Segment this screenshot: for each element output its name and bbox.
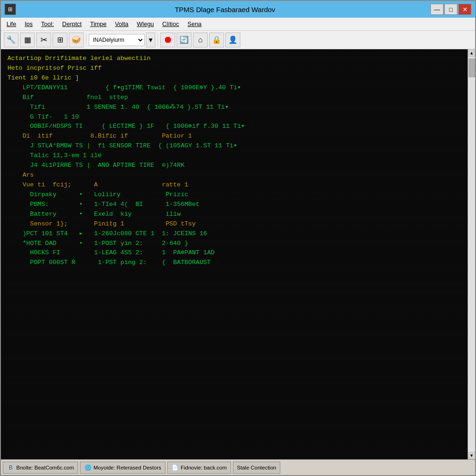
close-button[interactable]: ✕ bbox=[458, 4, 471, 15]
terminal-line: Heto incpritsof Prisc iff bbox=[7, 64, 461, 73]
maximize-button[interactable]: □ bbox=[444, 4, 457, 15]
toolbar-dropdown[interactable]: INADelyiurm bbox=[89, 34, 145, 46]
content-area: Actartiop Drrifiimate leriel abwectiinHe… bbox=[1, 49, 475, 459]
terminal-line: Vue ti fcij; A ratte 1 bbox=[7, 180, 461, 190]
tool-btn-lock[interactable]: 🔒 bbox=[209, 33, 224, 47]
tool-btn-user[interactable]: 👤 bbox=[225, 33, 240, 47]
title-bar: ⊞ TPMS Dlage Fasbaraed Wardov — □ ✕ bbox=[1, 1, 475, 18]
menu-clitioc[interactable]: Clítioc bbox=[159, 20, 183, 28]
terminal-line: OOBIF/HDSPS TI { LECTIME } 1F { 1006⊕if … bbox=[7, 122, 461, 132]
taskbar-label-4: Stale Contection bbox=[237, 465, 276, 470]
tool-btn-home[interactable]: ⌂ bbox=[193, 33, 208, 47]
terminal-line: J STLA⁺BMBW TS | f1 SENSOR TIRE { (105AG… bbox=[7, 141, 461, 151]
taskbar: B Bnolte: BeatCom6c.com 🌐 Moyoide: Reter… bbox=[1, 459, 475, 475]
tool-btn-refresh[interactable]: 🔄 bbox=[177, 33, 192, 47]
taskbar-item-4[interactable]: Stale Contection bbox=[233, 462, 280, 474]
menu-volta[interactable]: Volta bbox=[111, 20, 132, 28]
tool-btn-5[interactable]: 🥪 bbox=[69, 33, 84, 47]
taskbar-label-1: Bnolte: BeatCom6c.com bbox=[16, 465, 74, 470]
toolbar-separator-2 bbox=[158, 33, 158, 46]
menu-sena[interactable]: Sena bbox=[184, 20, 205, 28]
menu-life[interactable]: Life bbox=[3, 20, 20, 28]
window-controls: — □ ✕ bbox=[430, 4, 471, 15]
terminal-line: LPT/EDANYY11 { f▾g1TIME Tswit { 1096E⊕Y … bbox=[7, 83, 461, 93]
toolbar: 🔧 ▦ ✂ ⊞ 🥪 INADelyiurm ▾ ⏺ 🔄 ⌂ 🔒 👤 bbox=[1, 31, 475, 49]
terminal-line: POPT 000ST R 1·PST ping 2: { BATBORAUST bbox=[7, 258, 461, 268]
terminal-line: Ars bbox=[7, 171, 461, 180]
terminal-line: ⁴HOTE DAD • 1·POST yin 2: 2·640 } bbox=[7, 239, 461, 249]
terminal-line: HOCKS FI 1·LEAG 4S5 2: 1 PA⊕PANT 1AD bbox=[7, 248, 461, 258]
scroll-thumb[interactable] bbox=[469, 59, 475, 77]
taskbar-icon-3: 📄 bbox=[172, 464, 179, 471]
tool-btn-3[interactable]: ✂ bbox=[36, 33, 51, 47]
terminal-line: Bif fnol sttep bbox=[7, 93, 461, 103]
terminal-line: Dirpaky • Loliiry Prizic bbox=[7, 190, 461, 200]
tool-btn-1[interactable]: 🔧 bbox=[4, 33, 19, 47]
menu-ips[interactable]: Ips bbox=[21, 20, 36, 28]
scrollbar[interactable]: ▲ ▼ bbox=[468, 49, 475, 459]
scroll-track[interactable] bbox=[468, 57, 476, 452]
taskbar-icon-2: 🌐 bbox=[84, 464, 92, 471]
scroll-down-button[interactable]: ▼ bbox=[468, 452, 476, 459]
tool-btn-4[interactable]: ⊞ bbox=[53, 33, 67, 47]
tool-btn-stop[interactable]: ⏺ bbox=[160, 33, 175, 47]
terminal-line: )PCT 101 ST4 ▸ 1·260Jc080 CTE 1 1: JCEIN… bbox=[7, 229, 461, 239]
taskbar-label-2: Moyoide: Reterased Destors bbox=[93, 465, 161, 470]
terminal-line: Tifi 1 SENENE 1. 40 { 1006⁂74 }.ST 11 Ti… bbox=[7, 103, 461, 112]
taskbar-item-2[interactable]: 🌐 Moyoide: Reterased Destors bbox=[80, 462, 165, 474]
menu-tool[interactable]: Tool: bbox=[37, 20, 57, 28]
terminal-line: Sensor 1}; Pinitg 1 PSD tTsy bbox=[7, 219, 461, 229]
terminal-line: Tient i0 6e llric ] bbox=[7, 73, 461, 83]
menu-wlegu[interactable]: Wlegu bbox=[133, 20, 158, 28]
minimize-button[interactable]: — bbox=[430, 4, 443, 15]
tool-btn-dropdown-arrow[interactable]: ▾ bbox=[146, 33, 155, 47]
main-window: ⊞ TPMS Dlage Fasbaraed Wardov — □ ✕ Life… bbox=[0, 0, 476, 476]
taskbar-item-3[interactable]: 📄 Fidnovie: back.com bbox=[167, 462, 231, 474]
terminal-line: Talic 11,3-em 1 ilé bbox=[7, 151, 461, 161]
app-icon: ⊞ bbox=[5, 4, 16, 15]
tool-btn-2[interactable]: ▦ bbox=[20, 33, 35, 47]
terminal-panel[interactable]: Actartiop Drrifiimate leriel abwectiinHe… bbox=[1, 49, 468, 459]
menu-derptct[interactable]: Derptct bbox=[59, 20, 86, 28]
scroll-up-button[interactable]: ▲ bbox=[468, 49, 476, 57]
taskbar-item-1[interactable]: B Bnolte: BeatCom6c.com bbox=[3, 462, 78, 474]
terminal-line: J4 4L1PIRRE TS | ANO APTIRE TIRE ⊙)74RK bbox=[7, 161, 461, 171]
taskbar-icon-1: B bbox=[7, 464, 14, 471]
terminal-line: G Tif- 1 10 bbox=[7, 112, 461, 122]
menu-timpe[interactable]: Timpe bbox=[86, 20, 111, 28]
terminal-line: Battery • Exeld kiy iliw bbox=[7, 210, 461, 219]
terminal-line: Actartiop Drrifiimate leriel abwectiin bbox=[7, 54, 461, 64]
window-title: TPMS Dlage Fasbaraed Wardov bbox=[20, 6, 430, 13]
taskbar-label-3: Fidnovie: back.com bbox=[181, 465, 227, 470]
terminal-line: Di itif 8.Bific if Patior 1 bbox=[7, 132, 461, 141]
terminal-line: PBMS: • 1·TIe4 4( BI 1·356MBet bbox=[7, 200, 461, 210]
toolbar-separator bbox=[86, 33, 86, 46]
menu-bar: Life Ips Tool: Derptct Timpe Volta Wlegu… bbox=[1, 18, 475, 31]
